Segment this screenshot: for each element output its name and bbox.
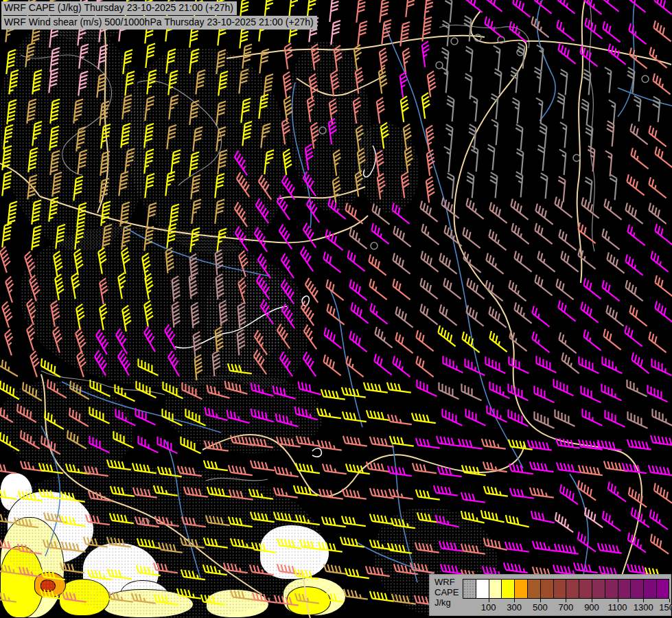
wind-barb: [61, 492, 85, 502]
wind-barb: [67, 431, 86, 449]
wind-barb: [465, 47, 472, 72]
wind-barb: [329, 0, 339, 22]
wind-barb: [537, 251, 555, 272]
wind-barb: [424, 0, 434, 19]
wind-barb: [627, 380, 647, 397]
wind-barb: [3, 125, 13, 149]
wind-barb: [627, 174, 644, 196]
wind-barb: [601, 0, 618, 12]
wind-barb: [628, 0, 645, 12]
wind-barb: [167, 224, 176, 248]
wind-barb: [581, 100, 589, 125]
wind-barb: [132, 593, 156, 604]
wind-barb: [441, 67, 448, 93]
wind-barb: [598, 543, 622, 553]
wind-barb: [557, 20, 574, 41]
wind-barb: [605, 410, 625, 427]
wind-barb: [73, 100, 83, 124]
river-path: [165, 439, 200, 578]
wind-barb: [532, 332, 549, 353]
wind-barb: [277, 538, 301, 549]
white-contour-path: [364, 146, 376, 177]
wind-barb: [345, 203, 362, 224]
wind-barb: [189, 273, 198, 299]
wind-barb: [579, 465, 603, 475]
wind-barb: [32, 226, 41, 250]
wind-barb: [388, 466, 412, 476]
wind-barb: [557, 462, 581, 472]
wind-barb: [655, 224, 672, 245]
wind-barb: [443, 278, 461, 299]
wind-barb: [509, 464, 533, 474]
wind-barb: [216, 50, 226, 74]
wind-barb: [534, 0, 551, 14]
wind-barb: [416, 438, 440, 448]
wind-barb: [84, 466, 108, 476]
map-title-wind-shear: WRF Wind shear (m/s) 500/1000hPa Thursda…: [1, 16, 317, 30]
station-circle-icon: [642, 76, 649, 82]
wind-barb: [382, 20, 391, 44]
wind-barb: [625, 280, 642, 301]
wind-barb: [163, 382, 183, 399]
wind-barb: [371, 223, 389, 244]
wind-barb: [305, 144, 314, 170]
wind-barb: [49, 126, 59, 150]
wind-barb: [625, 325, 642, 347]
wind-barb: [27, 299, 36, 325]
wind-barb: [225, 381, 248, 394]
wind-barb: [146, 44, 155, 68]
wind-barb: [627, 564, 651, 574]
wind-barb: [90, 436, 110, 453]
wind-barb: [62, 592, 86, 602]
wind-barb: [0, 489, 16, 499]
wind-barb: [193, 127, 202, 151]
wind-barb: [125, 71, 135, 95]
wind-barb: [393, 356, 410, 377]
wind-barb: [426, 177, 435, 203]
wind-barb: [481, 510, 505, 522]
wind-barb: [107, 459, 131, 470]
wind-barb: [628, 411, 648, 428]
wind-barb: [583, 278, 601, 299]
wind-barb: [334, 150, 341, 176]
wind-barb: [583, 330, 601, 351]
wind-barb: [439, 541, 463, 551]
wind-barb: [55, 274, 64, 300]
wind-barb: [192, 303, 200, 328]
wind-barb: [239, 69, 248, 93]
wind-barb: [532, 306, 549, 327]
wind-barb: [629, 305, 647, 326]
wind-barb: [301, 301, 314, 325]
wind-barb: [279, 225, 292, 249]
station-circle-icon: [451, 38, 458, 45]
wind-barb: [370, 591, 394, 602]
wind-barb: [50, 151, 60, 175]
wind-barb: [189, 49, 199, 73]
wind-barb: [323, 464, 347, 474]
wind-barb: [462, 465, 486, 475]
wind-barb: [606, 305, 623, 326]
wind-barb: [60, 562, 84, 573]
wind-barb: [651, 251, 668, 272]
wind-barb: [554, 379, 574, 396]
wind-barb: [78, 71, 88, 95]
wind-barb: [651, 435, 672, 446]
wind-barb: [655, 301, 672, 322]
wind-barb: [323, 354, 340, 376]
wind-barb: [137, 538, 161, 549]
wind-barb: [30, 275, 40, 301]
wind-barb: [578, 481, 596, 501]
legend-color-cell: [566, 579, 579, 599]
wind-barb: [100, 278, 108, 304]
wind-barb: [627, 225, 645, 246]
legend-color-cell: [656, 579, 669, 599]
wind-barb: [217, 229, 227, 253]
wind-barb: [379, 68, 387, 94]
wind-barb: [558, 176, 565, 202]
wind-barb: [229, 465, 253, 475]
wind-barb: [184, 487, 208, 497]
wind-barb: [74, 249, 83, 275]
wind-barb: [32, 201, 41, 225]
legend-color-cell: [514, 579, 527, 599]
wind-barb: [632, 352, 649, 374]
